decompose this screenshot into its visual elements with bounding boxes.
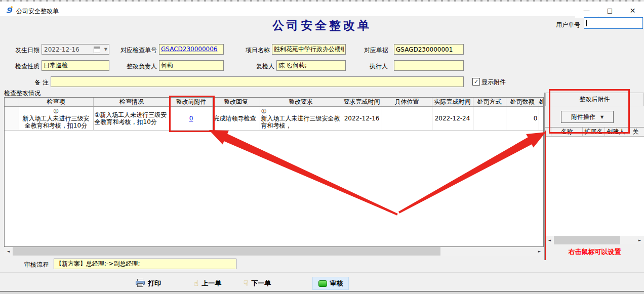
show-attach-label: 显示附件 [481, 78, 506, 86]
cell-location [382, 107, 432, 131]
page-title: 公司安全整改单 [0, 18, 644, 33]
audit-button[interactable]: 审核 [312, 277, 349, 290]
show-attach-checkbox[interactable]: ✓ [472, 78, 480, 86]
audit-flow-label: 审核流程 [24, 261, 49, 268]
cell-check-item: ① 新入场工人未进行三级安全教育和考核，扣10分 [19, 107, 93, 131]
cell-required-time: 2022-12-16 [342, 107, 382, 131]
scroll-left-icon[interactable]: ◄ [4, 247, 13, 256]
occur-date-picker[interactable]: 2022-12-16 ▼ [42, 44, 109, 55]
cell-extra-partial [539, 107, 543, 131]
annotation-red-line [545, 131, 546, 260]
check-no-link[interactable]: GSACD230000006 [161, 46, 217, 53]
close-icon: ✕ [630, 7, 636, 15]
remark-label: 备 注 [30, 79, 49, 86]
occur-date-label: 发生日期 [14, 47, 39, 54]
owner-label: 整改负责人 [122, 63, 157, 70]
remark-field[interactable] [51, 76, 464, 87]
titlebar: 公司安全整改单 — □ ✕ [0, 2, 644, 16]
row-indicator-cell [5, 107, 19, 131]
hand-down-icon: ☟ [244, 279, 248, 287]
occur-date-value: 2022-12-16 [44, 46, 79, 53]
section-label: 检查整改情况 [4, 90, 41, 97]
cell-actual-time: 2022-12-24 [432, 107, 473, 131]
next-record-button[interactable]: ☟ 下一单 [244, 278, 271, 289]
ref-doc-label: 对应单据 [360, 47, 388, 54]
table-row: ① 新入场工人未进行三级安全教育和考核，扣10分 ①新入场工人未进行三级安全教育… [5, 107, 543, 131]
col-row-indicator [5, 98, 19, 107]
separator [0, 272, 644, 273]
user-no-input[interactable] [584, 17, 643, 29]
audit-flow-field[interactable] [54, 259, 236, 269]
attach-col-partial: 关 [627, 128, 644, 136]
cell-requirement: ① 新入场工人未进行三级安全教育和考核， [260, 107, 342, 131]
scrollbar-thumb[interactable] [554, 236, 620, 244]
cell-pre-attachment: 0 [170, 107, 212, 131]
attach-panel-title: 整改后附件 [545, 93, 644, 106]
col-location[interactable]: 具体位置 [382, 98, 432, 107]
app-logo-icon [5, 6, 13, 14]
scroll-right-icon[interactable]: ► [635, 236, 644, 244]
window-bottom-edge [0, 291, 644, 294]
nature-label: 检查性质 [14, 63, 39, 70]
attachment-action-button[interactable]: 附件操作 ▼ [561, 111, 614, 123]
pre-attachment-link[interactable]: 0 [189, 115, 193, 122]
ref-doc-field[interactable] [394, 44, 464, 55]
scrollbar-thumb[interactable] [13, 247, 440, 256]
check-no-field: GSACD230000006 [159, 44, 224, 55]
scroll-right-icon[interactable]: ► [535, 247, 544, 256]
owner-field[interactable] [159, 60, 224, 71]
calendar-icon [94, 47, 100, 53]
attach-col-creator[interactable]: 创建人 [605, 128, 627, 136]
minimize-button[interactable]: — [575, 3, 598, 18]
col-punish-amount[interactable]: 处罚数额 [506, 98, 539, 107]
print-button[interactable]: 打印 [136, 278, 161, 289]
cell-punish-amount: 0 [506, 107, 539, 131]
attachment-grid: 名称 扩展名 创建人 关 [545, 127, 644, 236]
check-no-label: 对应检查单号 [112, 47, 157, 54]
minimize-icon: — [583, 7, 590, 14]
attach-col-indicator [545, 128, 551, 136]
cell-reply: 完成请领导检查 [212, 107, 260, 131]
attach-col-name[interactable]: 名称 [551, 128, 583, 136]
chevron-down-icon: ▼ [600, 115, 603, 119]
col-requirement[interactable]: 整改要求 [260, 98, 342, 107]
window-title: 公司安全整改单 [16, 7, 59, 16]
col-reply[interactable]: 整改回复 [212, 98, 260, 107]
recheck-label: 复检人 [252, 63, 274, 70]
cell-punish-method [473, 107, 506, 131]
executor-label: 执行人 [365, 63, 388, 70]
scroll-left-icon[interactable]: ◄ [545, 236, 554, 244]
text-caret [586, 20, 587, 26]
printer-icon [136, 279, 145, 288]
user-no-label: 用户单号 [556, 21, 580, 28]
right-click-hint: 右击鼠标可以设置 [545, 247, 644, 257]
executor-field[interactable] [394, 60, 464, 71]
maximize-button[interactable]: □ [598, 3, 621, 18]
panel-horizontal-scrollbar[interactable]: ◄ ► [545, 236, 644, 244]
rectify-grid: 检查项 检查情况 整改前附件 整改回复 整改要求 要求完成时间 具体位置 实际完… [4, 97, 544, 247]
main-horizontal-scrollbar[interactable]: ◄ ► [4, 247, 544, 256]
recheck-field[interactable] [276, 60, 346, 71]
col-pre-attachment[interactable]: 整改前附件 [170, 98, 212, 107]
col-extra-partial: 处 [539, 98, 543, 107]
nature-field[interactable] [42, 60, 109, 71]
attach-col-ext[interactable]: 扩展名 [583, 128, 605, 136]
project-label: 项目名称 [242, 47, 270, 54]
col-actual-time[interactable]: 实际完成时间 [432, 98, 473, 107]
maximize-icon: □ [607, 7, 613, 14]
checkmark-icon: ✓ [474, 79, 478, 85]
audit-green-icon [318, 280, 327, 287]
col-check-item[interactable]: 检查项 [19, 98, 93, 107]
col-punish-method[interactable]: 处罚方式 [473, 98, 506, 107]
close-button[interactable]: ✕ [621, 3, 644, 18]
prev-record-button[interactable]: ☝ 上一单 [194, 278, 221, 289]
chevron-down-icon: ▼ [104, 47, 107, 52]
col-check-situation[interactable]: 检查情况 [93, 98, 170, 107]
project-field[interactable] [272, 44, 346, 55]
cell-check-situation: ①新入场工人未进行三级安全教育和考核，扣10分 [93, 107, 170, 131]
col-required-time[interactable]: 要求完成时间 [342, 98, 382, 107]
hand-up-icon: ☝ [194, 279, 198, 287]
